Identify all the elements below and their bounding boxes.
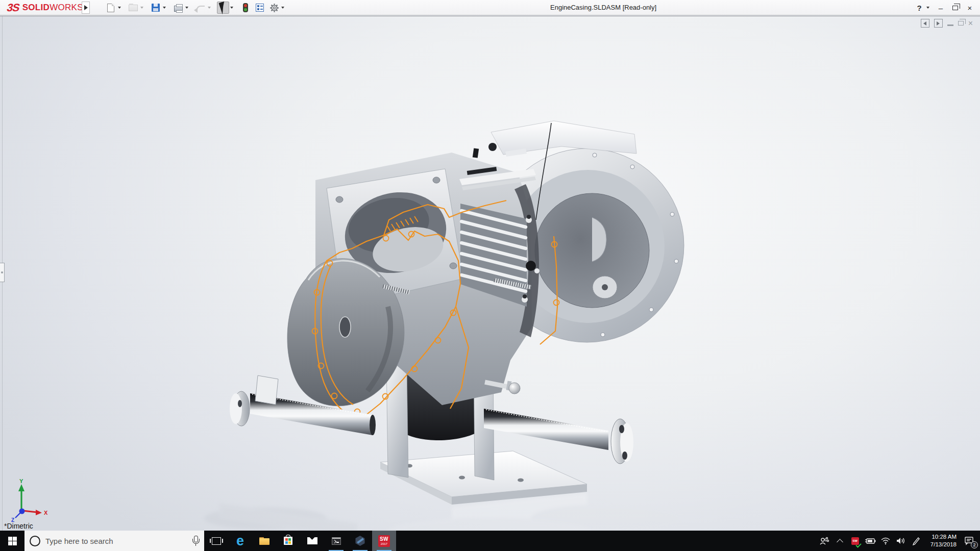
new-document-icon <box>107 4 114 12</box>
battery-icon <box>865 537 876 544</box>
chevron-up-icon <box>837 539 843 545</box>
y-axis-arrow-icon <box>18 484 24 491</box>
open-folder-icon <box>129 5 138 11</box>
new-dropdown[interactable] <box>117 2 122 14</box>
save-dropdown[interactable] <box>162 2 167 14</box>
view-orientation-label: *Dimetric <box>4 522 33 530</box>
x-axis-arrow-icon <box>36 510 42 515</box>
print-button[interactable] <box>172 2 184 14</box>
start-button[interactable] <box>0 531 24 551</box>
traffic-light-icon <box>243 3 248 12</box>
display-lights-button[interactable] <box>239 2 252 14</box>
system-tray: SW 10:28 AM 7/13/2018 <box>817 531 980 551</box>
task-view-icon <box>212 537 221 545</box>
taskbar-app-command-prompt[interactable] <box>324 531 348 551</box>
command-prompt-icon <box>332 537 341 545</box>
taskbar-search-input[interactable]: Type here to search <box>24 531 204 551</box>
windows-logo-icon <box>8 537 17 545</box>
solidworks-logo: 3S SOLIDWORKS <box>7 1 83 14</box>
taskbar-app-mail[interactable] <box>300 531 324 551</box>
undo-button[interactable] <box>194 2 207 14</box>
taskbar-clock[interactable]: 10:28 AM 7/13/2018 <box>924 531 959 551</box>
dassault-ds-icon: 3S <box>6 2 21 14</box>
edrawings-hexagon-icon <box>355 536 365 546</box>
taskbar-app-edrawings[interactable] <box>348 531 372 551</box>
right-shaft <box>484 381 633 464</box>
speaker-icon <box>896 537 906 545</box>
title-bar: 3S SOLIDWORKS <box>0 0 980 15</box>
dropdown-arrow-icon <box>230 7 233 9</box>
cortana-icon <box>30 536 40 546</box>
mail-icon <box>307 537 317 544</box>
close-button[interactable]: × <box>964 4 976 12</box>
save-floppy-icon <box>152 4 160 12</box>
options-button[interactable] <box>268 2 280 14</box>
notification-badge: 2 <box>971 541 978 548</box>
action-center-button[interactable]: 2 <box>959 531 980 551</box>
new-document-button[interactable] <box>105 2 117 14</box>
taskbar-app-task-view[interactable] <box>204 531 228 551</box>
y-axis-label: Y <box>19 478 23 484</box>
dropdown-arrow-icon <box>208 7 211 9</box>
taskbar-app-file-explorer[interactable] <box>252 531 276 551</box>
help-button[interactable]: ? <box>915 4 923 12</box>
engine-casing-model[interactable] <box>0 1 980 551</box>
sw-monitor-icon: SW <box>851 537 859 545</box>
undo-dropdown[interactable] <box>207 2 212 14</box>
power-status[interactable] <box>863 531 878 551</box>
dropdown-arrow-icon <box>163 7 166 9</box>
brand-name-light: WORKS <box>50 3 83 13</box>
help-dropdown-icon[interactable] <box>926 7 929 9</box>
gear-icon <box>270 3 279 13</box>
select-dropdown[interactable] <box>229 2 234 14</box>
document-title: EngineCasing.SLDASM [Read-only] <box>550 4 656 11</box>
people-button[interactable] <box>817 531 832 551</box>
people-icon <box>819 536 829 545</box>
menu-flyout-button[interactable] <box>82 2 90 14</box>
taskbar-app-store[interactable] <box>276 531 300 551</box>
store-icon <box>284 537 292 545</box>
x-axis-label: X <box>44 510 48 516</box>
component-list-button[interactable] <box>254 2 266 14</box>
open-button[interactable] <box>127 2 139 14</box>
flyout-arrow-icon <box>84 5 88 10</box>
search-placeholder: Type here to search <box>45 537 187 545</box>
windows-ink[interactable] <box>909 531 924 551</box>
save-button[interactable] <box>150 2 162 14</box>
dropdown-arrow-icon <box>140 7 143 9</box>
list-pane-icon <box>256 4 264 12</box>
minimize-button[interactable]: – <box>935 4 947 12</box>
open-dropdown[interactable] <box>139 2 144 14</box>
taskbar-app-edge[interactable]: e <box>228 531 252 551</box>
orientation-triad: Y X Z <box>6 478 52 524</box>
network-status[interactable] <box>878 531 893 551</box>
print-icon <box>174 6 183 12</box>
select-tool-button[interactable] <box>217 2 229 14</box>
microphone-icon[interactable] <box>192 536 199 546</box>
wifi-icon <box>880 537 891 545</box>
options-dropdown[interactable] <box>280 2 285 14</box>
clock-date: 7/13/2018 <box>930 541 957 548</box>
dropdown-arrow-icon <box>185 7 188 9</box>
quick-access-toolbar <box>105 0 290 15</box>
dropdown-arrow-icon <box>118 7 121 9</box>
hidden-icons-button[interactable] <box>832 531 847 551</box>
pen-icon <box>912 536 921 545</box>
undo-arrow-icon <box>197 6 205 12</box>
graphics-viewport[interactable]: × <box>0 16 980 531</box>
volume-control[interactable] <box>893 531 909 551</box>
edge-icon: e <box>236 534 244 547</box>
brand-name-bold: SOLID <box>22 3 50 13</box>
file-explorer-icon <box>259 537 270 545</box>
taskbar-apps: e SW2017 <box>204 531 396 551</box>
clock-time: 10:28 AM <box>932 533 957 541</box>
windows-taskbar: Type here to search e SW2017 <box>0 531 980 551</box>
print-dropdown[interactable] <box>184 2 189 14</box>
sw-resource-monitor[interactable]: SW <box>847 531 863 551</box>
dropdown-arrow-icon <box>281 7 284 9</box>
restore-button[interactable] <box>952 6 958 10</box>
solidworks-2017-icon: SW2017 <box>378 535 390 547</box>
window-controls: ? – × <box>915 0 976 15</box>
taskbar-app-solidworks[interactable]: SW2017 <box>372 531 396 551</box>
select-cursor-icon <box>218 1 228 14</box>
